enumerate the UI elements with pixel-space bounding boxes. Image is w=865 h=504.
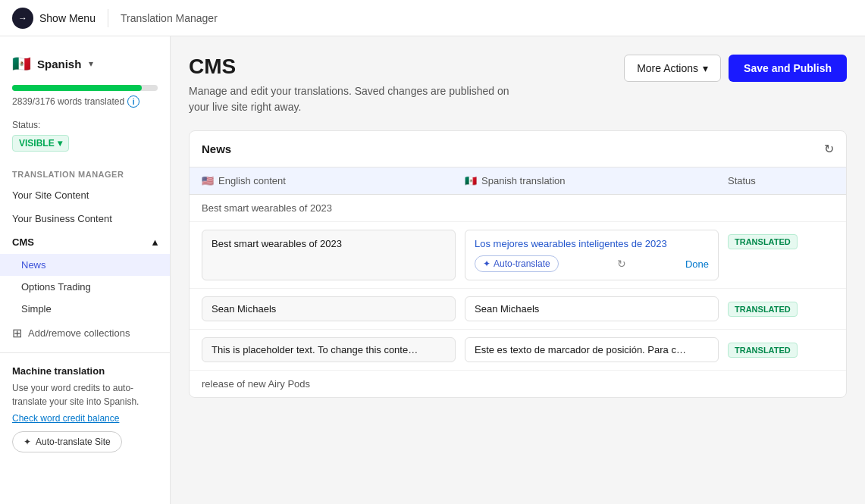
row-2-english-text[interactable]: Sean Michaels — [202, 296, 456, 321]
row-1-auto-translate-button[interactable]: ✦ Auto-translate — [475, 255, 559, 272]
add-icon: ⊞ — [12, 326, 22, 340]
row-3-translated-badge: TRANSLATED — [728, 343, 798, 358]
layout: 🇲🇽 Spanish ▾ 2839/3176 words translated … — [0, 36, 865, 504]
progress-container: 2839/3176 words translated i — [0, 85, 170, 114]
row-1-status: TRANSLATED — [728, 230, 834, 280]
lang-name: Spanish — [37, 58, 81, 70]
language-selector[interactable]: 🇲🇽 Spanish ▾ — [0, 49, 170, 79]
app-title: Translation Manager — [121, 12, 218, 24]
cms-title-block: CMS Manage and edit your translations. S… — [189, 55, 509, 115]
status-section: Status: VISIBLE ▾ — [0, 114, 170, 161]
add-collections-button[interactable]: ⊞ Add/remove collections — [0, 320, 170, 346]
sidebar-sub-item-options-trading[interactable]: Options Trading — [0, 276, 170, 298]
translation-table: News ↻ 🇺🇸 English content 🇲🇽 Spanish tra… — [189, 130, 847, 398]
info-icon[interactable]: i — [127, 95, 139, 108]
machine-translation-section: Machine translation Use your word credit… — [0, 352, 170, 459]
cms-chevron-up-icon: ▴ — [152, 236, 158, 248]
sidebar-sub-item-news[interactable]: News — [0, 254, 170, 276]
progress-bar-bg — [12, 85, 158, 91]
check-word-credit-link[interactable]: Check word credit balance — [12, 413, 119, 424]
progress-info-row: 2839/3176 words translated i — [12, 95, 158, 108]
table-header-row: News ↻ — [190, 131, 846, 167]
refresh-icon[interactable]: ↻ — [824, 142, 834, 156]
auto-translate-icon: ✦ — [24, 437, 31, 447]
cms-title: CMS — [189, 55, 509, 79]
show-menu-label: Show Menu — [39, 12, 96, 24]
english-flag-icon: 🇺🇸 — [202, 175, 214, 186]
row-3-english-text[interactable]: This is placeholder text. To change this… — [202, 337, 456, 362]
spanish-flag-icon: 🇲🇽 — [465, 175, 477, 186]
topbar-divider — [108, 9, 108, 27]
machine-translation-title: Machine translation — [12, 365, 158, 377]
row-1-spanish-text[interactable]: Los mejores wearables inteligentes de 20… — [465, 230, 719, 280]
more-actions-chevron-icon: ▾ — [703, 62, 708, 74]
sidebar-cms-header[interactable]: CMS ▴ — [0, 230, 170, 254]
cms-header: CMS Manage and edit your translations. S… — [189, 55, 847, 115]
menu-arrow-icon: → — [12, 8, 33, 29]
sidebar-sub-item-simple[interactable]: Simple — [0, 298, 170, 320]
save-publish-button[interactable]: Save and Publish — [729, 55, 847, 82]
row-3-spanish-text[interactable]: Este es texto de marcador de posición. P… — [465, 337, 719, 362]
cms-actions: More Actions ▾ Save and Publish — [624, 55, 847, 82]
row-3-status: TRANSLATED — [728, 343, 834, 358]
cms-subtitle: Manage and edit your translations. Saved… — [189, 83, 509, 115]
col-header-english: 🇺🇸 English content — [202, 175, 465, 186]
machine-translation-desc: Use your word credits to auto-translate … — [12, 381, 158, 409]
col-header-spanish: 🇲🇽 Spanish translation — [465, 175, 728, 186]
progress-text: 2839/3176 words translated — [12, 96, 124, 107]
status-label: Status: — [12, 120, 158, 130]
row-1-translation-actions: ✦ Auto-translate ↻ Done — [475, 255, 709, 272]
row-1-english-text[interactable]: Best smart wearables of 2023 — [202, 230, 456, 280]
table-row-2: Sean Michaels Sean Michaels TRANSLATED — [190, 289, 846, 330]
row-2-status: TRANSLATED — [728, 302, 834, 317]
row-2-translated-badge: TRANSLATED — [728, 302, 798, 317]
visible-badge[interactable]: VISIBLE ▾ — [12, 135, 69, 152]
row-1-translated-badge: TRANSLATED — [728, 234, 798, 249]
progress-bar-fill — [12, 85, 142, 91]
sidebar: 🇲🇽 Spanish ▾ 2839/3176 words translated … — [0, 36, 171, 504]
row-1-done-button[interactable]: Done — [685, 258, 709, 270]
column-headers: 🇺🇸 English content 🇲🇽 Spanish translatio… — [190, 167, 846, 195]
sidebar-item-your-site-content[interactable]: Your Site Content — [0, 183, 170, 207]
lang-flag: 🇲🇽 — [12, 55, 31, 73]
translation-manager-section-title: TRANSLATION MANAGER — [0, 161, 170, 183]
main-content: CMS Manage and edit your translations. S… — [171, 36, 865, 504]
badge-chevron-icon: ▾ — [58, 138, 62, 149]
row-label-1: Best smart wearables of 2023 — [190, 195, 846, 222]
auto-translate-sparkle-icon: ✦ — [483, 258, 490, 269]
lang-chevron-icon: ▾ — [89, 58, 93, 69]
col-header-status: Status — [728, 175, 834, 186]
topbar: → Show Menu Translation Manager — [0, 0, 865, 36]
table-section-title: News — [202, 142, 231, 155]
auto-translate-site-button[interactable]: ✦ Auto-translate Site — [12, 431, 122, 452]
row-2-spanish-text[interactable]: Sean Michaels — [465, 296, 719, 321]
cms-label: CMS — [12, 236, 34, 248]
more-actions-button[interactable]: More Actions ▾ — [624, 55, 721, 82]
row-1-refresh-icon[interactable]: ↻ — [617, 258, 626, 270]
table-row-3: This is placeholder text. To change this… — [190, 330, 846, 371]
sidebar-item-your-business-content[interactable]: Your Business Content — [0, 207, 170, 230]
show-menu-button[interactable]: → Show Menu — [12, 8, 96, 29]
table-row-1: Best smart wearables of 2023 Los mejores… — [190, 222, 846, 289]
row-label-bottom: release of new Airy Pods — [190, 371, 846, 397]
